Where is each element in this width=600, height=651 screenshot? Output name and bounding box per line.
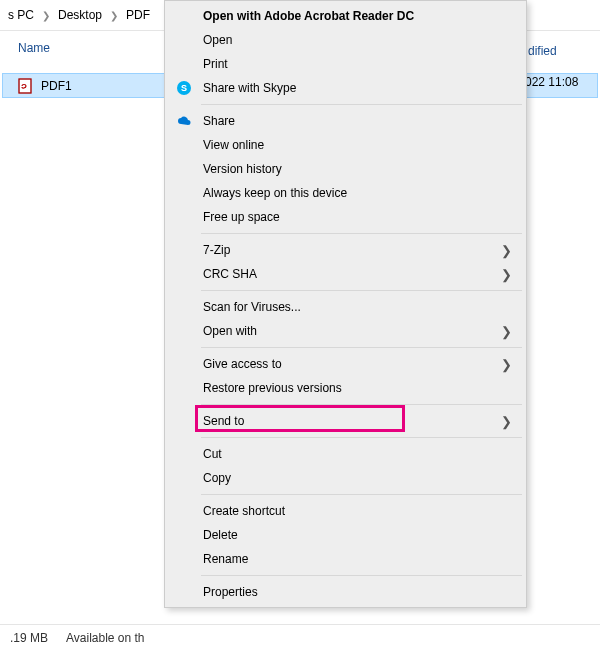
menu-open[interactable]: Open <box>167 28 524 52</box>
status-size: .19 MB <box>10 631 48 645</box>
cloud-icon <box>175 112 193 130</box>
menu-create-shortcut[interactable]: Create shortcut <box>167 499 524 523</box>
context-menu: Open with Adobe Acrobat Reader DC Open P… <box>164 0 527 608</box>
menu-separator <box>201 104 522 105</box>
menu-print[interactable]: Print <box>167 52 524 76</box>
menu-version-history[interactable]: Version history <box>167 157 524 181</box>
menu-open-adobe[interactable]: Open with Adobe Acrobat Reader DC <box>167 4 524 28</box>
menu-separator <box>201 347 522 348</box>
menu-separator <box>201 575 522 576</box>
menu-separator <box>201 494 522 495</box>
menu-send-to[interactable]: Send to ❯ <box>167 409 524 433</box>
menu-share-skype[interactable]: S Share with Skype <box>167 76 524 100</box>
skype-icon: S <box>175 79 193 97</box>
chevron-right-icon: ❯ <box>501 243 512 258</box>
pdf-file-icon <box>17 78 33 94</box>
menu-7zip[interactable]: 7-Zip ❯ <box>167 238 524 262</box>
chevron-right-icon: ❯ <box>42 10 50 21</box>
file-name: PDF1 <box>41 79 72 93</box>
menu-give-access-to[interactable]: Give access to ❯ <box>167 352 524 376</box>
menu-separator <box>201 437 522 438</box>
menu-always-keep[interactable]: Always keep on this device <box>167 181 524 205</box>
chevron-right-icon: ❯ <box>501 414 512 429</box>
menu-separator <box>201 290 522 291</box>
status-availability: Available on th <box>66 631 145 645</box>
crumb-pc[interactable]: s PC <box>8 8 34 22</box>
menu-free-up-space[interactable]: Free up space <box>167 205 524 229</box>
menu-restore-previous-versions[interactable]: Restore previous versions <box>167 376 524 400</box>
chevron-right-icon: ❯ <box>501 267 512 282</box>
menu-crc-sha[interactable]: CRC SHA ❯ <box>167 262 524 286</box>
menu-rename[interactable]: Rename <box>167 547 524 571</box>
crumb-pdf[interactable]: PDF <box>126 8 150 22</box>
menu-delete[interactable]: Delete <box>167 523 524 547</box>
menu-separator <box>201 404 522 405</box>
chevron-right-icon: ❯ <box>501 357 512 372</box>
menu-separator <box>201 233 522 234</box>
svg-rect-0 <box>19 79 31 93</box>
menu-open-with[interactable]: Open with ❯ <box>167 319 524 343</box>
chevron-right-icon: ❯ <box>501 324 512 339</box>
menu-view-online[interactable]: View online <box>167 133 524 157</box>
menu-properties[interactable]: Properties <box>167 580 524 604</box>
menu-copy[interactable]: Copy <box>167 466 524 490</box>
status-bar: .19 MB Available on th <box>0 624 600 651</box>
menu-scan-viruses[interactable]: Scan for Viruses... <box>167 295 524 319</box>
chevron-right-icon: ❯ <box>110 10 118 21</box>
menu-cut[interactable]: Cut <box>167 442 524 466</box>
column-name[interactable]: Name <box>18 41 128 55</box>
crumb-desktop[interactable]: Desktop <box>58 8 102 22</box>
column-modified[interactable]: dified <box>528 34 557 68</box>
svg-text:S: S <box>181 83 187 93</box>
file-date-modified: 022 11:08 <box>525 75 578 89</box>
menu-share[interactable]: Share <box>167 109 524 133</box>
